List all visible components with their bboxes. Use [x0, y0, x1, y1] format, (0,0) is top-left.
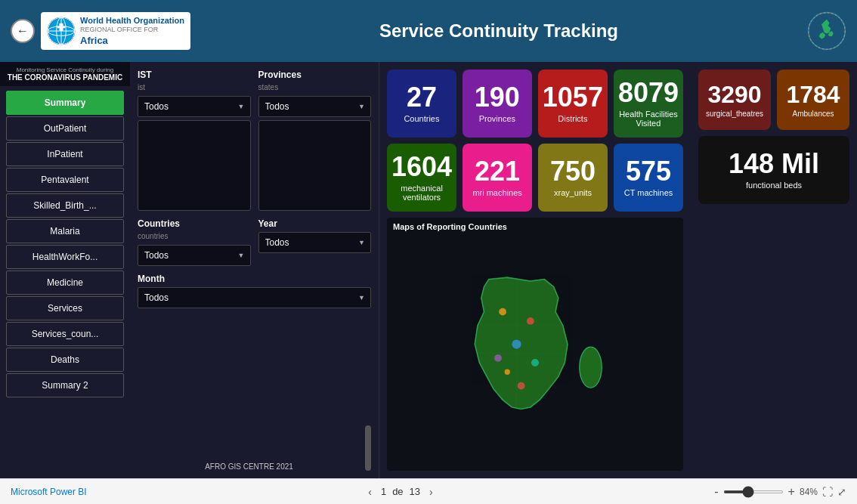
svg-point-19	[512, 339, 521, 348]
zoom-in-button[interactable]: +	[788, 485, 795, 499]
stat-label-3: Health Facilities Visited	[618, 110, 679, 128]
africa-globe-icon	[807, 11, 846, 51]
filter-panel: IST ist Todos Provinces states Todos	[130, 62, 379, 478]
equip-stat-value-3: 575	[626, 158, 671, 185]
right-stat-value-1: 1784	[786, 82, 840, 107]
next-page-button[interactable]: ›	[426, 486, 436, 498]
sidebar-item-outpatient[interactable]: OutPatient	[6, 116, 124, 141]
scrollbar[interactable]	[365, 425, 371, 471]
map-section: Maps of Reporting Countries	[387, 218, 683, 471]
countries-select-wrapper: Todos	[138, 245, 251, 266]
sidebar-item-skilled-birth----[interactable]: Skilled_Birth_...	[6, 193, 124, 218]
equip-stat-value-1: 221	[475, 158, 520, 185]
provinces-filter-box	[258, 120, 372, 211]
africa-map-svg	[387, 218, 683, 471]
equipment-stat-card-1: 221 mri machines	[463, 144, 532, 212]
stat-value-3: 8079	[618, 79, 679, 107]
powerbi-link[interactable]: Microsoft Power BI	[11, 487, 87, 497]
right-stat-card-1: 1784 Ambulances	[777, 70, 849, 130]
provinces-select[interactable]: Todos	[258, 96, 372, 117]
svg-point-22	[518, 382, 525, 390]
provinces-filter-group: Provinces states Todos	[258, 70, 372, 211]
sidebar-item-healthworkfo---[interactable]: HealthWorkFo...	[6, 245, 124, 269]
sidebar-item-malaria[interactable]: Malaria	[6, 219, 124, 243]
ist-label: IST	[138, 70, 251, 80]
month-filter-group: Month Todos	[138, 274, 371, 369]
stat-value-2: 1057	[543, 84, 603, 111]
functional-beds-value: 148 Mil	[729, 150, 819, 178]
sidebar: Monitoring Service Continuity during THE…	[0, 62, 130, 478]
ist-filter-group: IST ist Todos	[138, 70, 251, 211]
who-emblem-icon	[47, 17, 76, 45]
year-label: Year	[258, 218, 372, 229]
top-stats-grid: 27 Countries 190 Provinces 1057 District…	[387, 70, 683, 138]
sidebar-item-pentavalent[interactable]: Pentavalent	[6, 168, 124, 192]
equipment-stat-card-2: 750 xray_units	[538, 144, 608, 212]
sidebar-item-deaths[interactable]: Deaths	[6, 348, 124, 372]
back-button[interactable]: ←	[11, 19, 35, 43]
top-stat-card-3: 8079 Health Facilities Visited	[614, 70, 683, 138]
page-current: 1	[381, 486, 386, 497]
svg-point-23	[505, 369, 510, 375]
right-stat-label-1: Ambulances	[792, 110, 834, 118]
equipment-stat-card-3: 575 CT machines	[614, 144, 683, 212]
filter-row-1: IST ist Todos Provinces states Todos	[138, 70, 371, 211]
top-bar-left: ← World Health Organization REGIONAL OFF…	[11, 12, 190, 51]
right-stat-card-0: 3290 surgical_theatres	[698, 70, 771, 130]
stat-value-0: 27	[407, 84, 437, 111]
svg-point-24	[580, 347, 602, 388]
year-select-wrapper: Todos	[258, 232, 372, 253]
equip-stat-label-2: xray_units	[554, 188, 592, 197]
map-title: Maps of Reporting Countries	[393, 222, 507, 231]
zoom-level: 84%	[800, 487, 818, 497]
sidebar-item-services-coun---[interactable]: Services_coun...	[6, 322, 124, 346]
stat-label-0: Countries	[404, 114, 439, 123]
bottom-bar: Microsoft Power BI ‹ 1 de 13 › - + 84% ⛶…	[0, 478, 857, 504]
main-content: Monitoring Service Continuity during THE…	[0, 62, 857, 478]
functional-beds-card: 148 Mil functional beds	[698, 136, 849, 204]
month-label: Month	[138, 274, 371, 284]
ist-select[interactable]: Todos	[138, 96, 251, 117]
filter-row-2: Countries countries Todos Year Todos	[138, 218, 371, 266]
sidebar-item-services[interactable]: Services	[6, 296, 124, 320]
top-stat-card-0: 27 Countries	[387, 70, 456, 138]
page-total: 13	[410, 486, 420, 497]
ist-select-wrapper: Todos	[138, 96, 251, 117]
page-title: Service Continuity Tracking	[190, 20, 807, 42]
year-filter-group: Year Todos	[258, 218, 372, 266]
right-stats-row1: 3290 surgical_theatres 1784 Ambulances	[698, 70, 849, 130]
monitoring-text: Monitoring Service Continuity during	[6, 66, 124, 73]
expand-icon[interactable]: ⛶	[822, 486, 833, 498]
equip-stat-label-3: CT machines	[624, 188, 673, 197]
ist-sublabel: ist	[138, 83, 251, 91]
top-stat-card-1: 190 Provinces	[463, 70, 532, 138]
who-org-text: World Health Organization REGIONAL OFFIC…	[80, 15, 184, 48]
countries-filter-group: Countries countries Todos	[138, 218, 251, 266]
sidebar-item-medicine[interactable]: Medicine	[6, 271, 124, 295]
sidebar-header: Monitoring Service Continuity during THE…	[0, 62, 130, 86]
top-bar: ← World Health Organization REGIONAL OFF…	[0, 0, 857, 62]
covid-text: THE CORONAVIRUS PANDEMIC	[6, 73, 124, 82]
equip-stat-label-0: mechanical ventilators	[391, 184, 452, 202]
month-select-wrapper: Todos	[138, 287, 371, 308]
who-logo: World Health Organization REGIONAL OFFIC…	[41, 12, 190, 51]
month-select[interactable]: Todos	[138, 287, 371, 308]
zoom-slider[interactable]	[723, 490, 784, 493]
sidebar-item-summary[interactable]: Summary	[6, 91, 124, 115]
equip-stat-value-2: 750	[550, 158, 596, 185]
provinces-sublabel: states	[258, 83, 372, 91]
sidebar-item-inpatient[interactable]: InPatient	[6, 142, 124, 166]
svg-point-21	[531, 359, 539, 366]
functional-beds-label: functional beds	[746, 181, 802, 190]
afro-footer: AFRO GIS CENTRE 2021	[138, 425, 371, 471]
page-of: de	[392, 486, 403, 497]
zoom-out-button[interactable]: -	[714, 485, 718, 499]
prev-page-button[interactable]: ‹	[365, 486, 375, 498]
right-panel: 3290 surgical_theatres 1784 Ambulances 1…	[691, 62, 857, 478]
sidebar-item-summary-2[interactable]: Summary 2	[6, 373, 124, 397]
right-stat-value-0: 3290	[707, 82, 761, 107]
equipment-stats-grid: 1604 mechanical ventilators 221 mri mach…	[387, 144, 683, 212]
countries-select[interactable]: Todos	[138, 245, 251, 266]
fullscreen-icon[interactable]: ⤢	[837, 486, 846, 498]
year-select[interactable]: Todos	[258, 232, 372, 253]
